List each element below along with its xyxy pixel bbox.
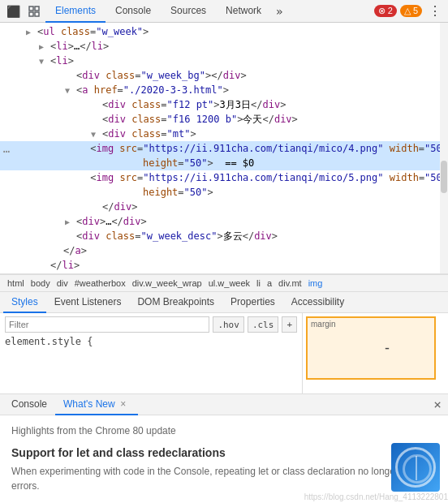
- code-line[interactable]: <a href="./2020-3-3.html">: [0, 83, 448, 97]
- watermark: https://blog.csdn.net/Hang_4113222801: [304, 492, 448, 501]
- expand-arrow[interactable]: [91, 130, 102, 139]
- tab-elements[interactable]: Elements: [45, 0, 106, 23]
- code-line[interactable]: <ul class="w_week">: [0, 24, 448, 39]
- code-line[interactable]: <div class="f12 pt">3月3日</div>: [0, 97, 448, 112]
- styles-right: margin -: [302, 313, 448, 393]
- expand-arrow[interactable]: [26, 28, 37, 37]
- code-line[interactable]: <li>…</li>: [0, 273, 448, 274]
- code-line[interactable]: <div class="w_week_desc">多云</div>: [0, 229, 448, 243]
- breadcrumb-body[interactable]: body: [28, 278, 53, 288]
- inspect-icon-btn[interactable]: [24, 2, 44, 21]
- code-line[interactable]: <div class="w_week_bg"></div>: [0, 68, 448, 83]
- console-panel: Console What's New × × Highlights from t…: [0, 394, 448, 503]
- code-line[interactable]: height="50">: [0, 185, 448, 200]
- code-line[interactable]: <li>…</li>: [0, 39, 448, 54]
- breadcrumb-li[interactable]: li: [254, 278, 263, 288]
- main-tabs: Elements Console Sources Network »: [45, 0, 369, 23]
- plus-button[interactable]: +: [282, 316, 297, 333]
- breadcrumb-divmt[interactable]: div.mt: [276, 278, 304, 288]
- console-tabs-row: Console What's New × ×: [0, 394, 448, 415]
- whats-new-close[interactable]: ×: [117, 398, 130, 411]
- svg-rect-2: [35, 6, 39, 11]
- element-style-text: element.style {: [5, 336, 297, 347]
- styles-panel: .hov .cls + element.style { margin -: [0, 313, 448, 394]
- breadcrumb-wwrap[interactable]: div.w_week_wrap: [130, 278, 205, 288]
- code-line-selected-cont[interactable]: height="50"> == $0: [0, 156, 448, 170]
- feature-title-1: Support for let and class redeclarations: [11, 446, 437, 459]
- expand-arrow[interactable]: [39, 42, 50, 51]
- margin-box: margin -: [306, 316, 436, 380]
- tab-network[interactable]: Network: [216, 0, 271, 23]
- margin-value: -: [385, 340, 390, 357]
- toolbar-right: ⊗ 2 △ 5 ⋮: [374, 3, 445, 19]
- elements-panel: <ul class="w_week"> <li>…</li> <li> <div…: [0, 23, 448, 274]
- code-line[interactable]: </div>: [0, 200, 448, 214]
- elements-scrollbar[interactable]: [440, 23, 448, 273]
- code-line[interactable]: <img src="https://ii.911cha.com/tianqi/m…: [0, 170, 448, 185]
- tab-accessibility[interactable]: Accessibility: [283, 292, 352, 313]
- feature-image-inner: [395, 447, 436, 488]
- cursor-icon-btn[interactable]: ⬛: [3, 2, 23, 21]
- hov-button[interactable]: .hov: [213, 316, 244, 333]
- tab-console-bottom[interactable]: Console: [3, 394, 55, 415]
- code-line[interactable]: <div class="mt">: [0, 127, 448, 141]
- breadcrumb: html body div #weatherbox div.w_week_wra…: [0, 274, 448, 292]
- code-line[interactable]: <li>: [0, 54, 448, 68]
- expand-arrow[interactable]: [65, 86, 76, 95]
- chrome-update-notice: Highlights from the Chrome 80 update: [11, 425, 437, 436]
- code-line[interactable]: </li>: [0, 258, 448, 273]
- breadcrumb-weatherbox[interactable]: #weatherbox: [72, 278, 128, 288]
- whats-new-content: Highlights from the Chrome 80 update Sup…: [0, 415, 448, 503]
- tab-event-listeners[interactable]: Event Listeners: [46, 292, 130, 313]
- more-tabs-btn[interactable]: »: [271, 0, 287, 23]
- console-panel-close-btn[interactable]: ×: [430, 397, 445, 412]
- feature-desc-1: When experimenting with code in the Cons…: [11, 464, 437, 493]
- filter-row: .hov .cls +: [5, 316, 297, 333]
- three-dots-menu[interactable]: ⋮: [425, 3, 445, 19]
- margin-label: margin: [311, 320, 336, 329]
- styles-left: .hov .cls + element.style {: [0, 313, 302, 393]
- scrollbar-thumb[interactable]: [441, 161, 447, 193]
- feature-image-line: [416, 456, 417, 480]
- breadcrumb-div[interactable]: div: [54, 278, 71, 288]
- breadcrumb-html[interactable]: html: [5, 278, 27, 288]
- breadcrumb-img[interactable]: img: [306, 278, 325, 288]
- expand-arrow[interactable]: [39, 57, 50, 66]
- tab-console[interactable]: Console: [106, 0, 161, 23]
- styles-tabs-row: Styles Event Listeners DOM Breakpoints P…: [0, 292, 448, 313]
- feature-image: [391, 443, 440, 492]
- error-badge: ⊗ 2: [374, 5, 397, 17]
- tab-styles[interactable]: Styles: [3, 292, 46, 313]
- cls-button[interactable]: .cls: [248, 316, 279, 333]
- expand-arrow[interactable]: [65, 217, 76, 226]
- gutter-dots: …: [0, 142, 13, 155]
- svg-rect-3: [35, 12, 39, 16]
- tab-sources[interactable]: Sources: [161, 0, 216, 23]
- breadcrumb-a[interactable]: a: [265, 278, 274, 288]
- tab-whats-new[interactable]: What's New ×: [55, 394, 138, 415]
- breadcrumb-ulwweek[interactable]: ul.w_week: [206, 278, 252, 288]
- filter-input[interactable]: [5, 316, 209, 333]
- code-line-selected[interactable]: … <img src="https://ii.911cha.com/tianqi…: [0, 141, 448, 156]
- code-line[interactable]: </a>: [0, 243, 448, 258]
- svg-rect-1: [29, 12, 33, 16]
- code-area: <ul class="w_week"> <li>…</li> <li> <div…: [0, 23, 448, 274]
- tab-dom-breakpoints[interactable]: DOM Breakpoints: [129, 292, 222, 313]
- tab-properties[interactable]: Properties: [222, 292, 283, 313]
- code-line[interactable]: <div>…</div>: [0, 214, 448, 229]
- code-line[interactable]: <div class="f16 1200 b">今天</div>: [0, 112, 448, 127]
- warn-badge: △ 5: [400, 5, 422, 17]
- devtools-toolbar: ⬛ Elements Console Sources Network » ⊗ 2…: [0, 0, 448, 23]
- svg-rect-0: [29, 6, 33, 11]
